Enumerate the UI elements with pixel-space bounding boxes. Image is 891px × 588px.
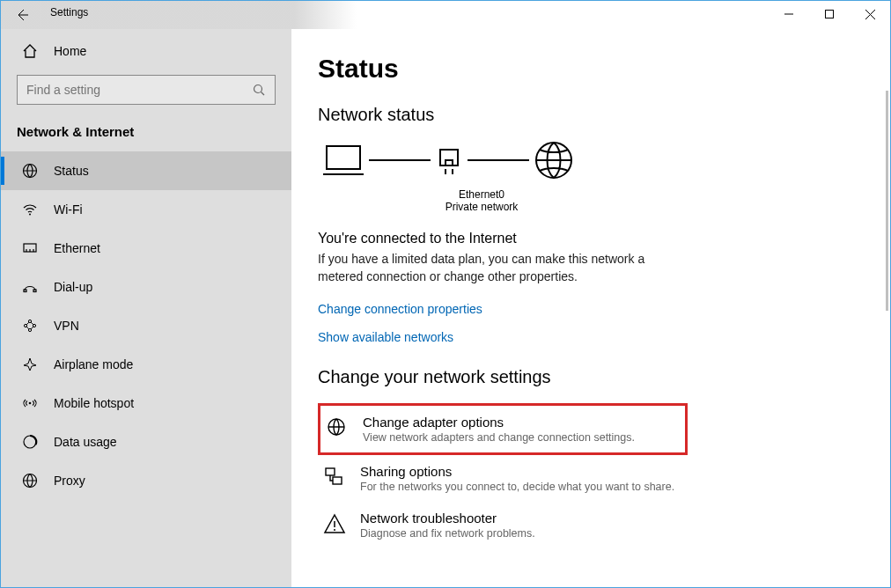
vpn-icon [22,318,38,334]
proxy-icon [22,473,38,489]
sidebar-item-label: Wi-Fi [54,202,83,217]
svg-point-8 [33,324,35,327]
network-diagram [321,139,864,181]
datausage-icon [22,434,38,450]
window-titlebar: Settings [1,1,890,29]
internet-globe-icon [533,139,575,181]
svg-rect-14 [327,146,360,169]
option-title: Network troubleshooter [360,511,535,526]
svg-point-21 [334,529,335,531]
sidebar-item-label: VPN [54,319,79,333]
sharing-icon [323,466,346,489]
sidebar-item-airplane[interactable]: Airplane mode [1,345,291,384]
sidebar-item-proxy[interactable]: Proxy [1,461,291,500]
svg-rect-6 [33,290,36,292]
option-desc: Diagnose and fix network problems. [360,527,535,540]
back-button[interactable] [1,1,43,29]
network-type: Private network [416,201,547,213]
globe-icon [22,163,38,179]
connection-line [369,159,431,161]
warning-icon [323,512,346,535]
sidebar-item-label: Mobile hotspot [54,396,134,410]
page-title: Status [318,54,864,84]
network-troubleshooter-row[interactable]: Network troubleshooter Diagnose and fix … [318,502,864,548]
search-input[interactable] [18,83,243,97]
adapter-globe-icon [326,416,349,439]
change-adapter-options-row[interactable]: Change adapter options View network adap… [318,403,688,455]
change-settings-heading: Change your network settings [318,367,864,387]
svg-rect-19 [326,468,335,475]
svg-point-1 [254,85,262,93]
computer-icon [321,141,365,180]
search-box[interactable] [17,75,276,105]
svg-point-11 [29,402,32,405]
sidebar-item-label: Status [54,164,89,178]
show-available-networks-link[interactable]: Show available networks [318,330,864,344]
home-nav[interactable]: Home [1,36,291,66]
svg-rect-0 [826,11,834,18]
connection-line [468,159,529,161]
window-title: Settings [43,1,88,18]
search-icon [243,84,275,96]
sidebar-item-label: Airplane mode [54,357,133,371]
svg-point-10 [28,328,31,331]
close-button[interactable] [850,1,890,27]
airplane-icon [22,356,38,372]
option-desc: For the networks you connect to, decide … [360,481,674,493]
sidebar-item-status[interactable]: Status [1,151,291,190]
sidebar-item-vpn[interactable]: VPN [1,306,291,345]
sidebar-item-label: Dial-up [54,280,92,294]
ethernet-icon [22,240,38,256]
svg-rect-16 [446,160,453,165]
diagram-labels: Ethernet0 Private network [416,188,547,213]
maximize-button[interactable] [809,1,850,27]
router-icon [434,141,464,180]
dialup-icon [22,279,38,295]
sidebar-item-label: Data usage [54,435,117,449]
change-connection-properties-link[interactable]: Change connection properties [318,302,864,316]
connected-body: If you have a limited data plan, you can… [318,250,688,286]
sidebar: Home Network & Internet Status Wi-Fi E [1,29,291,587]
sidebar-item-label: Ethernet [54,241,100,255]
svg-rect-20 [333,477,342,484]
main-content: Status Network status Ethernet0 Private … [291,29,890,587]
home-label: Home [54,44,86,58]
adapter-name: Ethernet0 [416,188,547,201]
connected-heading: You're connected to the Internet [318,231,864,246]
sidebar-item-ethernet[interactable]: Ethernet [1,229,291,268]
svg-rect-5 [24,290,26,292]
option-desc: View network adapters and change connect… [363,431,635,444]
wifi-icon [22,202,38,217]
svg-point-9 [28,320,31,322]
home-icon [22,43,38,59]
svg-point-7 [24,324,26,327]
sharing-options-row[interactable]: Sharing options For the networks you con… [318,455,864,502]
option-title: Sharing options [360,464,674,479]
svg-point-3 [29,214,31,216]
option-title: Change adapter options [363,415,635,430]
svg-rect-15 [440,150,458,165]
sidebar-section-title: Network & Internet [1,115,291,151]
minimize-button[interactable] [769,1,809,27]
sidebar-item-wifi[interactable]: Wi-Fi [1,190,291,229]
sidebar-item-dialup[interactable]: Dial-up [1,268,291,306]
sidebar-item-label: Proxy [54,474,85,488]
sidebar-item-hotspot[interactable]: Mobile hotspot [1,384,291,423]
network-status-heading: Network status [318,105,864,125]
hotspot-icon [22,395,38,411]
sidebar-item-datausage[interactable]: Data usage [1,423,291,461]
